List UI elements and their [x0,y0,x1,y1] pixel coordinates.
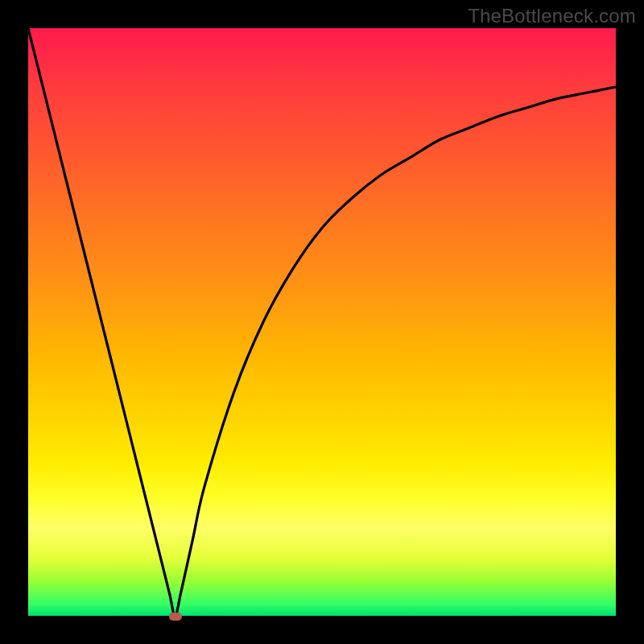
curve-path [28,28,616,616]
bottleneck-curve [28,28,616,616]
chart-frame: TheBottleneck.com [0,0,644,644]
minimum-marker [169,613,182,621]
plot-area [28,28,616,616]
watermark-text: TheBottleneck.com [468,5,636,27]
